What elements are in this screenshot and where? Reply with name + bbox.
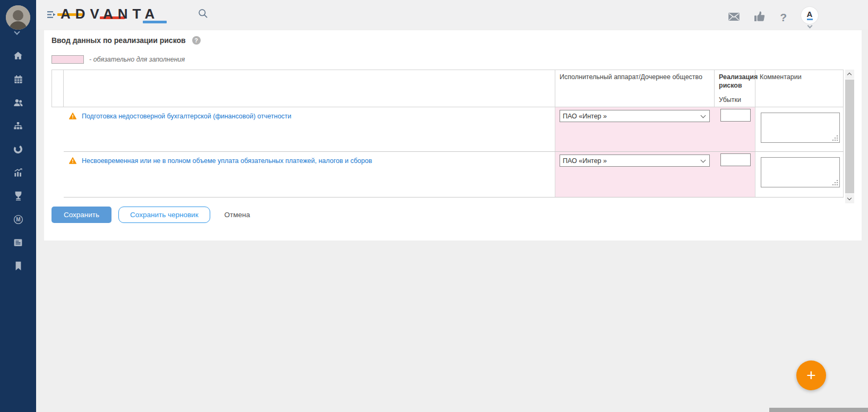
trophy-icon (14, 191, 23, 201)
row-spacer-cell (52, 152, 64, 198)
content-card: Ввод данных по реализации рисков ? - обя… (44, 30, 862, 241)
svg-text:M: M (16, 217, 20, 222)
contacts-icon (13, 98, 24, 108)
m-badge-icon: M (13, 214, 24, 225)
cancel-button[interactable]: Отмена (225, 211, 250, 219)
profile-letter: A (807, 11, 813, 18)
sidebar-item-bookmarks[interactable] (7, 257, 29, 275)
row-spacer-cell (52, 107, 64, 152)
brand-logo[interactable]: ADVANTA (61, 6, 167, 24)
pie-chart-icon (13, 144, 23, 154)
required-color-swatch (51, 55, 84, 64)
risk-table: Исполнительный аппарат/Дочернее общество… (51, 70, 844, 198)
warning-icon (69, 113, 76, 119)
page-title: Ввод данных по реализации рисков (51, 36, 186, 45)
sidebar-item-home[interactable] (7, 47, 29, 65)
scrollbar-thumb[interactable] (845, 80, 854, 193)
user-avatar[interactable] (6, 5, 30, 30)
sidebar: M (0, 0, 36, 412)
header-empty-narrow (52, 70, 64, 107)
page-title-row: Ввод данных по реализации рисков ? (51, 36, 201, 45)
comment-cell (755, 152, 844, 198)
org-select[interactable]: ПАО «Интер » (560, 110, 710, 122)
required-legend: - обязательно для заполнения (51, 55, 185, 64)
profile-menu[interactable]: A (801, 7, 818, 28)
header-comments: Комментарии (755, 70, 844, 107)
header-org: Исполнительный аппарат/Дочернее общество (555, 70, 715, 107)
comment-textarea-wrap (761, 157, 840, 187)
avatar-photo (6, 5, 30, 30)
like-button[interactable] (754, 11, 766, 23)
header-losses: Убытки (719, 96, 751, 104)
comment-textarea[interactable] (761, 113, 840, 143)
header-risk-name (64, 70, 555, 107)
header-realization-title: Реализация рисков (719, 73, 751, 90)
risk-table-zone: Исполнительный аппарат/Дочернее общество… (51, 70, 854, 203)
risk-link[interactable]: Несвоевременная или не в полном объеме у… (82, 157, 372, 165)
add-button[interactable]: + (796, 360, 826, 390)
sidebar-item-calendar[interactable] (7, 70, 29, 88)
risk-name-cell: Несвоевременная или не в полном объеме у… (64, 152, 555, 198)
brand-name: ADVANTA (61, 6, 159, 22)
analytics-icon (13, 167, 24, 178)
resize-grip-icon[interactable] (837, 140, 838, 141)
sidebar-item-analytics[interactable] (7, 164, 29, 182)
structure-icon (13, 121, 23, 131)
header-realization: Реализация рисков Убытки (715, 70, 755, 107)
comment-textarea[interactable] (761, 157, 840, 187)
sidebar-nav: M (0, 47, 36, 275)
calendar-icon (13, 74, 23, 84)
table-row: Подготовка недостоверной бухгалтерской (… (52, 107, 844, 152)
news-icon (13, 238, 23, 247)
chevron-down-icon (847, 196, 852, 200)
scroll-down-button[interactable] (845, 194, 854, 203)
losses-input[interactable] (720, 153, 751, 166)
menu-toggle-button[interactable] (47, 11, 56, 20)
org-select-cell: ПАО «Интер » (555, 107, 715, 152)
table-header-row: Исполнительный аппарат/Дочернее общество… (52, 70, 844, 107)
sidebar-item-achievements[interactable] (7, 187, 29, 205)
risk-link[interactable]: Подготовка недостоверной бухгалтерской (… (82, 113, 291, 120)
losses-cell (715, 107, 755, 152)
vertical-scrollbar[interactable] (845, 70, 854, 203)
help-button[interactable]: ? (780, 10, 787, 25)
like-icon (754, 11, 766, 22)
sidebar-item-m-module[interactable]: M (7, 210, 29, 228)
title-help-button[interactable]: ? (192, 36, 201, 45)
losses-cell (715, 152, 755, 198)
org-select-wrap: ПАО «Интер » (560, 110, 710, 122)
home-icon (13, 50, 23, 61)
search-icon (198, 8, 208, 19)
profile-underline (807, 19, 813, 20)
chevron-down-icon[interactable] (14, 29, 20, 35)
risk-name-cell: Подготовка недостоверной бухгалтерской (… (64, 107, 555, 152)
org-select-wrap: ПАО «Интер » (560, 154, 710, 167)
sidebar-item-contacts[interactable] (7, 93, 29, 111)
chevron-down-icon (807, 23, 812, 29)
sidebar-item-news[interactable] (7, 234, 29, 252)
required-legend-text: - обязательно для заполнения (89, 56, 185, 63)
org-select[interactable]: ПАО «Интер » (560, 154, 710, 167)
scrollbar-track[interactable] (845, 79, 854, 194)
scroll-up-button[interactable] (845, 70, 854, 79)
table-row: Несвоевременная или не в полном объеме у… (52, 152, 844, 198)
topbar: ADVANTA ? A (36, 0, 868, 29)
sidebar-item-pie-report[interactable] (7, 140, 29, 158)
topbar-actions: ? A (728, 7, 818, 28)
chevron-up-icon (847, 73, 852, 77)
save-draft-button[interactable]: Сохранить черновик (118, 207, 210, 223)
form-actions: Сохранить Сохранить черновик Отмена (51, 207, 250, 223)
advanta-profile-icon: A (801, 7, 818, 24)
messages-button[interactable] (728, 13, 740, 22)
resize-grip-icon[interactable] (837, 184, 838, 185)
comment-cell (755, 107, 844, 152)
menu-icon (47, 11, 56, 19)
warning-icon (69, 157, 76, 164)
org-select-cell: ПАО «Интер » (555, 152, 715, 198)
losses-input[interactable] (720, 109, 751, 122)
search-button[interactable] (198, 8, 208, 20)
bookmark-icon (14, 261, 22, 271)
horizontal-scrollbar-thumb[interactable] (769, 408, 868, 412)
save-button[interactable]: Сохранить (51, 207, 111, 223)
sidebar-item-structure[interactable] (7, 117, 29, 135)
